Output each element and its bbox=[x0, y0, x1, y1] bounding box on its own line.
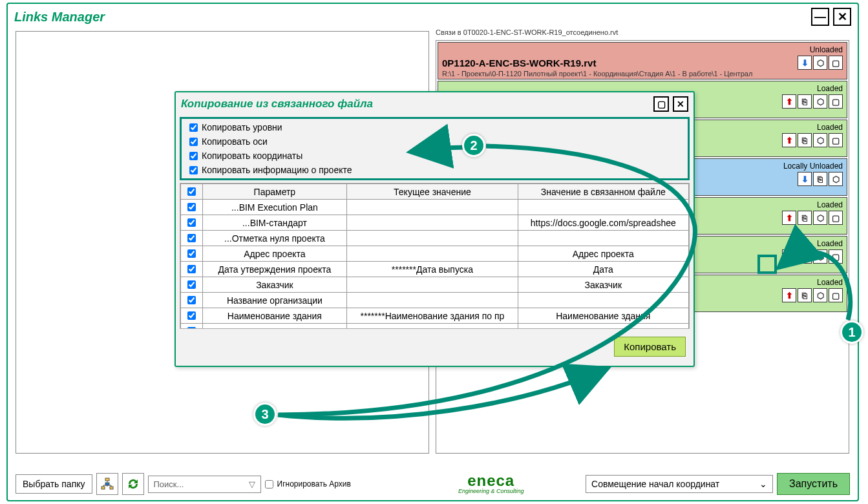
row-checkbox[interactable] bbox=[187, 311, 196, 320]
link-action-icon[interactable]: ⬆ bbox=[782, 211, 796, 225]
row-checkbox[interactable] bbox=[187, 327, 196, 329]
table-row[interactable]: ...BIM-стандарт https://docs.google.com/… bbox=[181, 215, 689, 231]
svg-rect-0 bbox=[105, 478, 109, 481]
link-path: R:\1 - Проекты\0-П-1120 Пилотный проект\… bbox=[442, 70, 843, 78]
copy-option-label: Копировать оси bbox=[202, 136, 268, 147]
cell-linked bbox=[518, 231, 688, 246]
placement-dropdown[interactable]: Совмещение начал координат ⌄ bbox=[586, 475, 773, 493]
dialog-maximize-button[interactable]: ▢ bbox=[653, 96, 669, 112]
link-action-icon[interactable]: ⬇ bbox=[798, 56, 812, 70]
table-row[interactable]: ...BIM Execution Plan bbox=[181, 200, 689, 215]
link-action-icon[interactable]: ▢ bbox=[829, 249, 843, 264]
link-action-icon[interactable]: ⬆ bbox=[782, 133, 796, 147]
minimize-button[interactable]: — bbox=[811, 8, 829, 26]
select-all-checkbox[interactable] bbox=[187, 187, 196, 196]
cell-current bbox=[347, 215, 518, 231]
link-action-icon[interactable]: ▢ bbox=[829, 56, 843, 70]
annotation-3: 3 bbox=[253, 403, 277, 426]
copy-option-checkbox[interactable] bbox=[189, 166, 198, 174]
copy-option-checkbox[interactable] bbox=[189, 123, 198, 132]
link-action-icon[interactable]: ▢ bbox=[829, 133, 843, 147]
svg-rect-1 bbox=[101, 487, 105, 489]
link-action-icon[interactable]: ⎘ bbox=[798, 133, 812, 147]
table-row[interactable]: Заказчик Заказчик bbox=[181, 277, 689, 293]
row-checkbox[interactable] bbox=[187, 280, 196, 289]
link-action-icon[interactable]: ⬡ bbox=[813, 94, 827, 109]
cell-current bbox=[347, 231, 518, 246]
row-checkbox[interactable] bbox=[187, 234, 196, 242]
link-action-icon[interactable]: ⎘ bbox=[813, 172, 827, 186]
link-card[interactable]: Unloaded 0P1120-A-ENC-BS-WORK-R19.rvt ⬇⬡… bbox=[438, 42, 847, 79]
dialog-close-button[interactable]: ✕ bbox=[673, 96, 688, 112]
link-action-icon[interactable]: ⬆ bbox=[782, 288, 796, 302]
copy-option-label: Копировать координаты bbox=[202, 151, 302, 161]
link-action-icon[interactable]: ⬆ bbox=[782, 249, 796, 264]
filter-icon: ▽ bbox=[249, 479, 255, 489]
link-action-icon[interactable]: ⎘ bbox=[798, 94, 812, 109]
annotation-1: 1 bbox=[840, 320, 863, 344]
dialog-title: Копирование из связанного файла bbox=[181, 98, 373, 110]
table-row[interactable]: Название организации bbox=[181, 293, 689, 308]
link-action-icon[interactable]: ⎘ bbox=[798, 288, 812, 302]
link-action-icon[interactable]: ⬡ bbox=[813, 288, 827, 302]
title-bar: Links Manager — ✕ bbox=[8, 4, 858, 30]
cell-parameter: Название организации bbox=[202, 293, 347, 308]
table-row[interactable]: ...Отметка нуля проекта bbox=[181, 231, 689, 246]
table-row[interactable]: Дата утверждения проекта *******Дата вып… bbox=[181, 262, 689, 277]
table-row[interactable]: Адрес проекта Адрес проекта bbox=[181, 246, 689, 262]
cell-current bbox=[347, 200, 518, 215]
link-action-icon[interactable]: ⬡ bbox=[813, 249, 827, 264]
cell-linked: https://docs.google.com/spreadshee bbox=[518, 215, 688, 231]
cell-current bbox=[347, 277, 518, 293]
table-row[interactable]: Наименование здания *******Наименование … bbox=[181, 308, 689, 324]
cell-parameter: ...BIM-стандарт bbox=[202, 215, 347, 231]
link-action-icon[interactable]: ▢ bbox=[829, 288, 843, 302]
row-checkbox[interactable] bbox=[187, 296, 196, 304]
right-panel-header: Связи в 0T0020-1-ENC-ST-WORK-R19_отсоеди… bbox=[436, 28, 618, 36]
refresh-icon[interactable] bbox=[122, 473, 144, 495]
link-action-icon[interactable]: ▢ bbox=[829, 211, 843, 225]
svg-rect-3 bbox=[105, 483, 109, 485]
cell-linked: Дата bbox=[518, 262, 688, 277]
link-action-icon[interactable]: ⬇ bbox=[798, 172, 812, 186]
copy-option-label: Копировать информацию о проекте bbox=[202, 165, 352, 175]
link-action-icon[interactable]: ⬡ bbox=[813, 211, 827, 225]
cell-parameter: Заказчик bbox=[202, 277, 347, 293]
svg-rect-2 bbox=[110, 487, 113, 489]
run-button[interactable]: Запустить bbox=[777, 473, 850, 495]
choose-folder-button[interactable]: Выбрать папку bbox=[16, 474, 92, 494]
link-action-icon[interactable]: ▢ bbox=[829, 94, 843, 109]
row-checkbox[interactable] bbox=[187, 249, 196, 258]
link-action-icon[interactable]: ⬡ bbox=[829, 172, 843, 186]
hierarchy-icon[interactable] bbox=[96, 473, 118, 495]
close-button[interactable]: ✕ bbox=[833, 8, 851, 26]
row-checkbox[interactable] bbox=[187, 265, 196, 273]
row-checkbox[interactable] bbox=[187, 218, 196, 227]
copy-button[interactable]: Копировать bbox=[614, 337, 686, 357]
link-action-icon[interactable]: ⬆ bbox=[782, 94, 796, 109]
cell-parameter: Дата утверждения проекта bbox=[202, 262, 347, 277]
copy-option-checkbox[interactable] bbox=[189, 138, 198, 146]
link-action-icon[interactable]: ⬡ bbox=[813, 133, 827, 147]
cell-linked: Заказчик bbox=[518, 277, 688, 293]
app-title: Links Manager bbox=[14, 10, 105, 25]
cell-linked: Наименование здания bbox=[518, 308, 688, 324]
cell-parameter: Наименование здания bbox=[202, 308, 347, 324]
search-input[interactable]: Поиск... ▽ bbox=[148, 476, 261, 493]
ignore-archive-checkbox[interactable] bbox=[265, 480, 273, 488]
cell-current: *******Наименование здания по пр bbox=[347, 308, 518, 324]
link-action-icon[interactable]: ⎘ bbox=[798, 211, 812, 225]
search-placeholder: Поиск... bbox=[154, 479, 184, 489]
copy-option-checkbox[interactable] bbox=[189, 152, 198, 160]
row-checkbox[interactable] bbox=[187, 203, 196, 211]
bottom-toolbar: Выбрать папку Поиск... ▽ Игнорировать Ар… bbox=[16, 473, 850, 495]
copy-dialog: Копирование из связанного файла ▢ ✕ Копи… bbox=[175, 91, 695, 367]
link-action-icon[interactable]: ⬡ bbox=[813, 56, 827, 70]
cell-parameter: ...Отметка нуля проекта bbox=[202, 231, 347, 246]
link-action-icon[interactable]: ⎘ bbox=[798, 249, 812, 264]
parameter-table[interactable]: Параметр Текущее значение Значение в свя… bbox=[180, 183, 690, 329]
table-row[interactable]: Наименование проекта *******Наименование… bbox=[181, 324, 689, 330]
ignore-archive-label: Игнорировать Архив bbox=[277, 479, 351, 488]
cell-current bbox=[347, 246, 518, 262]
copy-option-label: Копировать уровни bbox=[202, 122, 282, 132]
